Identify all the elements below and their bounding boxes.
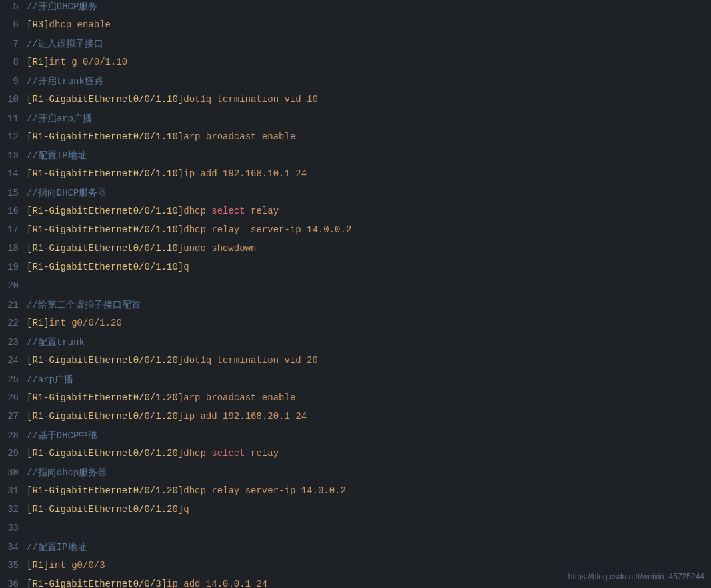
code-line: 28//基于DHCP中继: [0, 429, 711, 447]
line-content: //配置IP地址: [27, 150, 711, 162]
line-number: 23: [0, 337, 27, 348]
prompt-text: [R1-GigabitEthernet0/0/1.10]: [27, 262, 183, 272]
comment-text: //开启arp广播: [27, 113, 92, 124]
prompt-text: [R3]: [27, 19, 49, 30]
line-number: 8: [0, 57, 27, 67]
code-line: 13//配置IP地址: [0, 149, 711, 168]
command-text: q: [183, 504, 189, 515]
line-content: [R1-GigabitEthernet0/0/1.10]arp broadcas…: [27, 131, 711, 142]
code-line: 29[R1-GigabitEthernet0/0/1.20]dhcp selec…: [0, 447, 711, 466]
prompt-text: [R1-GigabitEthernet0/0/1.20]: [27, 485, 183, 496]
code-line: 6[R3]dhcp enable: [0, 19, 711, 37]
command-text: dhcp: [183, 448, 211, 459]
code-line: 24[R1-GigabitEthernet0/0/1.20]dot1q term…: [0, 354, 711, 373]
line-number: 31: [0, 485, 27, 496]
comment-text: //配置IP地址: [27, 542, 87, 553]
line-content: [R1]int g0/0/1.20: [27, 318, 711, 328]
line-number: 10: [0, 94, 27, 105]
line-content: [R3]dhcp enable: [27, 19, 711, 30]
command-text: relay: [245, 206, 279, 216]
line-number: 9: [0, 76, 27, 87]
command-text: int g0/0/1.20: [49, 318, 122, 328]
line-number: 12: [0, 131, 27, 142]
line-number: 6: [0, 19, 27, 30]
line-number: 32: [0, 504, 27, 515]
comment-text: //指向DHCP服务器: [27, 188, 107, 198]
comment-text: //开启DHCP服务: [27, 1, 97, 12]
line-content: //arp广播: [27, 374, 711, 386]
line-content: [R1-GigabitEthernet0/0/1.20]ip add 192.1…: [27, 411, 711, 422]
line-number: 18: [0, 243, 27, 254]
command-text: arp broadcast enable: [183, 392, 295, 403]
code-line: 21//给第二个虚拟子接口配置: [0, 298, 711, 317]
code-line: 12[R1-GigabitEthernet0/0/1.10]arp broadc…: [0, 131, 711, 149]
code-line: 15//指向DHCP服务器: [0, 186, 711, 205]
code-line: 9//开启trunk链路: [0, 75, 711, 93]
line-number: 20: [0, 280, 27, 291]
code-line: 22[R1]int g0/0/1.20: [0, 317, 711, 336]
command-text: dhcp relay server-ip 14.0.0.2: [183, 485, 346, 496]
command-text: undo showdown: [183, 243, 256, 254]
line-number: 22: [0, 318, 27, 328]
line-content: //配置IP地址: [27, 541, 711, 553]
line-content: //开启trunk链路: [27, 75, 711, 87]
line-content: [R1-GigabitEthernet0/0/1.10]dhcp relay s…: [27, 224, 711, 235]
prompt-text: [R1-GigabitEthernet0/0/3]: [27, 579, 167, 588]
comment-text: //配置trunk: [27, 337, 85, 348]
code-line: 26[R1-GigabitEthernet0/0/1.20]arp broadc…: [0, 392, 711, 410]
prompt-text: [R1-GigabitEthernet0/0/1.10]: [27, 168, 183, 179]
line-number: 15: [0, 188, 27, 198]
line-content: [R1-GigabitEthernet0/0/1.20]dot1q termin…: [27, 355, 711, 366]
watermark: https://blog.csdn.net/weixin_45725244: [568, 572, 704, 581]
line-content: //开启arp广播: [27, 113, 711, 125]
comment-text: //arp广播: [27, 374, 73, 385]
line-content: [R1-GigabitEthernet0/0/1.10]q: [27, 262, 711, 272]
code-line: 19[R1-GigabitEthernet0/0/1.10]q: [0, 261, 711, 280]
prompt-text: [R1]: [27, 560, 49, 571]
code-line: 7//进入虚拟子接口: [0, 37, 711, 56]
code-line: 30//指向dhcp服务器: [0, 466, 711, 485]
code-line: 34//配置IP地址: [0, 541, 711, 559]
code-line: 14[R1-GigabitEthernet0/0/1.10]ip add 192…: [0, 168, 711, 186]
comment-text: //指向dhcp服务器: [27, 467, 107, 478]
command-text: int g0/0/3: [49, 560, 105, 571]
line-number: 24: [0, 355, 27, 366]
line-content: [R1-GigabitEthernet0/0/1.10]ip add 192.1…: [27, 168, 711, 179]
line-content: [R1-GigabitEthernet0/0/1.10]undo showdow…: [27, 243, 711, 254]
line-content: [R1-GigabitEthernet0/0/1.20]dhcp select …: [27, 448, 711, 459]
line-number: 11: [0, 113, 27, 124]
code-line: 20: [0, 280, 711, 298]
code-line: 18[R1-GigabitEthernet0/0/1.10]undo showd…: [0, 242, 711, 261]
comment-text: //开启trunk链路: [27, 76, 103, 87]
prompt-text: [R1-GigabitEthernet0/0/1.10]: [27, 206, 183, 216]
prompt-text: [R1]: [27, 57, 49, 67]
prompt-text: [R1-GigabitEthernet0/0/1.20]: [27, 392, 183, 403]
prompt-text: [R1-GigabitEthernet0/0/1.20]: [27, 355, 183, 366]
code-line: 11//开启arp广播: [0, 112, 711, 131]
code-line: 10[R1-GigabitEthernet0/0/1.10]dot1q term…: [0, 93, 711, 112]
keyword-text: select: [211, 448, 245, 459]
line-content: [R1-GigabitEthernet0/0/1.20]q: [27, 504, 711, 515]
command-text: dhcp enable: [49, 19, 111, 30]
code-line: 27[R1-GigabitEthernet0/0/1.20]ip add 192…: [0, 410, 711, 429]
line-number: 17: [0, 224, 27, 235]
command-text: ip add 14.0.0.1 24: [167, 579, 267, 588]
prompt-text: [R1-GigabitEthernet0/0/1.10]: [27, 94, 183, 105]
command-text: ip add 192.168.10.1 24: [183, 168, 307, 179]
line-content: //指向dhcp服务器: [27, 467, 711, 479]
line-number: 35: [0, 560, 27, 571]
line-number: 19: [0, 262, 27, 272]
command-text: ip add 192.168.20.1 24: [183, 411, 307, 422]
prompt-text: [R1-GigabitEthernet0/0/1.20]: [27, 411, 183, 422]
code-line: 25//arp广播: [0, 373, 711, 392]
prompt-text: [R1-GigabitEthernet0/0/1.10]: [27, 224, 183, 235]
command-text: arp broadcast enable: [183, 131, 295, 142]
line-content: //指向DHCP服务器: [27, 187, 711, 199]
line-number: 28: [0, 430, 27, 441]
code-line: 5//开启DHCP服务: [0, 0, 711, 19]
line-number: 5: [0, 1, 27, 12]
code-line: 17[R1-GigabitEthernet0/0/1.10]dhcp relay…: [0, 224, 711, 242]
code-line: 33: [0, 522, 711, 541]
code-line: 32[R1-GigabitEthernet0/0/1.20]q: [0, 503, 711, 522]
code-line: 8[R1]int g 0/0/1.10: [0, 56, 711, 75]
